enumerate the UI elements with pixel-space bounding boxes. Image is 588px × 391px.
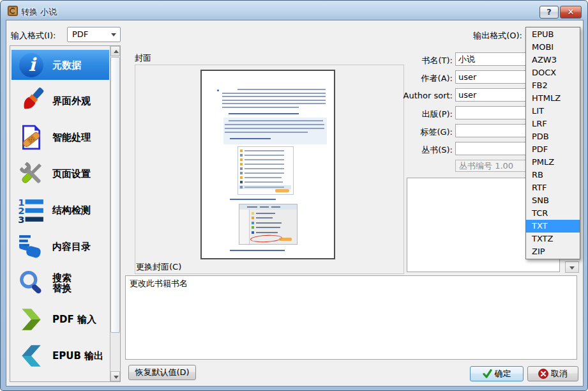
sidebar-item-label: EPUB 输出 [52,351,103,361]
sidebar-scrollbar[interactable] [110,46,120,381]
chevron-right-icon [18,306,45,333]
sidebar-item-table-of-contents[interactable]: 内容目录 [11,232,109,261]
restore-defaults-button[interactable]: 恢复默认值(D) [128,365,196,380]
format-option-txtz[interactable]: TXTZ [526,233,580,245]
window-title: 转换 小说 [21,6,57,18]
triangle-down-icon [114,376,119,379]
format-option-azw3[interactable]: AZW3 [526,54,580,66]
format-option-lit[interactable]: LIT [526,105,580,118]
sidebar-item-epub-output[interactable]: EPUB 输出 [11,341,109,371]
scroll-up-button[interactable] [110,46,120,56]
sidebar-item-label: 界面外观 [52,96,91,106]
scroll-down-button[interactable] [110,371,120,381]
sidebar-item-pdf-input[interactable]: PDF 输入 [11,305,109,334]
svg-text:3: 3 [18,214,24,224]
info-icon: i [18,52,45,79]
format-option-fb2[interactable]: FB2 [526,79,580,92]
restore-defaults-label: 恢复默认值(D) [135,367,189,378]
scrollbar-thumb[interactable] [110,57,120,333]
format-option-lrf[interactable]: LRF [526,118,580,130]
search-icon [18,270,45,296]
format-option-rtf[interactable]: RTF [526,181,580,194]
change-cover-label[interactable]: 更换封面(C) [136,261,181,273]
sidebar-item-label: 页面设置 [52,169,91,179]
help-text-box: 更改此书籍书名 [125,275,577,360]
input-format-combobox[interactable]: PDF [67,27,121,42]
sidebar-item-heuristic-processing[interactable]: 智能处理 [11,123,109,152]
input-format-value: PDF [72,29,88,39]
format-option-htmlz[interactable]: HTMLZ [526,92,580,105]
tools-icon [18,160,45,187]
cover-preview [200,70,335,259]
output-format-popup: EPUBMOBIAZW3DOCXFB2HTMLZLITLRFPDBPDFPMLZ… [525,27,580,259]
dialog-window: 转换 小说 ? ✕ 输入格式(I): PDF 输出格式(O): i 元数据 [0,0,588,391]
sidebar-item-look-and-feel[interactable]: 界面外观 [11,86,109,116]
help-button[interactable]: ? [539,6,559,19]
sidebar-item-label: 智能处理 [52,132,91,142]
title-field-label: 书名(T): [381,55,453,66]
sidebar-item-metadata[interactable]: i 元数据 [11,50,109,80]
publisher-field-label: 出版(P): [381,109,453,120]
sidebar-item-label: PDF 输入 [52,314,96,325]
format-option-zip[interactable]: ZIP [526,245,580,258]
tags-field-label: 标签(G): [381,126,453,138]
sidebar-item-label: 搜索 替换 [52,273,72,293]
chevron-down-icon [111,33,116,36]
triangle-up-icon [114,50,119,53]
sidebar-item-label: 元数据 [52,60,81,70]
bandage-document-icon [18,124,45,151]
cancel-x-icon [538,369,548,379]
close-button[interactable]: ✕ [560,6,582,19]
chevron-left-icon [18,342,45,369]
format-option-epub[interactable]: EPUB [526,28,580,41]
sidebar-item-page-setup[interactable]: 页面设置 [11,159,109,188]
output-format-label: 输出格式(O): [422,30,522,42]
sidebar-item-search-replace[interactable]: 搜索 替换 [11,268,109,298]
series-field-label: 丛书(S): [381,144,453,156]
triangle-down-icon [569,266,575,270]
format-option-pdf[interactable]: PDF [526,143,580,156]
paintbrush-icon [18,88,45,114]
sidebar-item-label: 内容目录 [52,241,91,252]
category-sidebar: i 元数据 界面外观 [10,45,121,382]
check-icon [483,369,492,378]
format-option-txt[interactable]: TXT [526,220,580,233]
panel-scroll-down-button[interactable] [565,261,579,273]
format-option-docx[interactable]: DOCX [526,66,580,79]
format-option-snb[interactable]: SNB [526,194,580,207]
input-format-label: 输入格式(I): [11,30,56,42]
format-option-pdb[interactable]: PDB [526,130,580,143]
author-sort-field-label: Author sort: [381,91,453,100]
app-icon [8,6,18,16]
format-option-rb[interactable]: RB [526,169,580,181]
cover-group-label: 封面 [135,52,151,64]
format-option-tcr[interactable]: TCR [526,207,580,220]
sidebar-item-label: 结构检测 [52,205,91,215]
author-field-label: 作者(A): [381,73,453,84]
sidebar-item-structure-detection[interactable]: 1 2 3 结构检测 [11,195,109,225]
ok-label: 确定 [495,368,511,379]
format-option-mobi[interactable]: MOBI [526,41,580,54]
cancel-button[interactable]: 取消 [527,366,578,381]
format-option-pmlz[interactable]: PMLZ [526,156,580,169]
title-bar[interactable]: 转换 小说 ? ✕ [1,1,587,20]
toc-hand-icon [18,233,45,260]
cancel-label: 取消 [551,368,568,379]
help-text: 更改此书籍书名 [130,279,188,288]
numbered-list-icon: 1 2 3 [18,197,45,224]
ok-button[interactable]: 确定 [470,366,524,381]
